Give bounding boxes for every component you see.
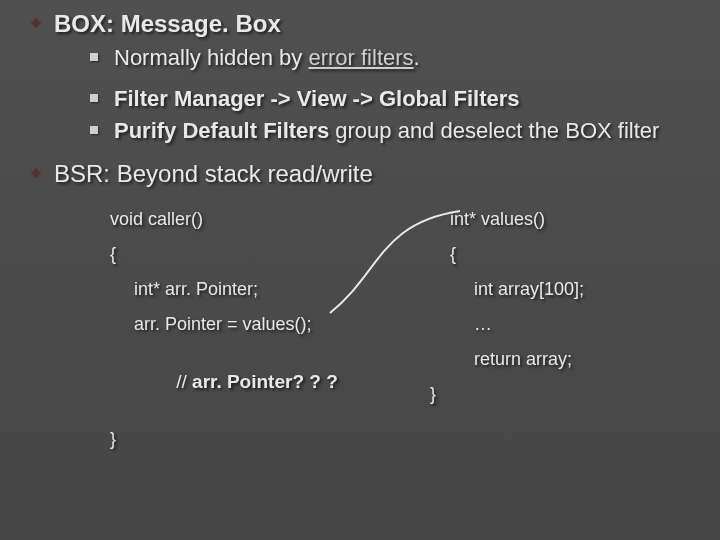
code-right-column: int* values() { int array[100]; … return… [450, 209, 720, 419]
square-bullet-icon [90, 126, 98, 134]
code-left-l5-prefix: // [176, 371, 192, 392]
bsr-heading: BSR: Beyond stack read/write [54, 160, 373, 189]
box-sub1-prefix: Normally hidden by [114, 45, 308, 70]
box-heading: BOX: Message. Box [54, 10, 281, 39]
code-left-column: void caller() { int* arr. Pointer; arr. … [110, 209, 410, 464]
code-right-l5: return array; [450, 349, 720, 370]
box-sub3-bold: Purify Default Filters [114, 118, 329, 143]
box-sub1-text: Normally hidden by error filters. [114, 43, 690, 73]
square-bullet-icon [90, 53, 98, 61]
code-left-l3: int* arr. Pointer; [110, 279, 410, 300]
box-heading-row: BOX: Message. Box [30, 10, 690, 39]
code-right-l4: … [450, 314, 720, 335]
code-left-l5: // arr. Pointer? ? ? [110, 349, 410, 415]
box-sub1-suffix: . [414, 45, 420, 70]
box-sub2: Filter Manager -> View -> Global Filters [90, 84, 690, 114]
box-sub3-rest: group and deselect the BOX filter [329, 118, 659, 143]
code-right-l1: int* values() [450, 209, 720, 230]
code-left-l4: arr. Pointer = values(); [110, 314, 410, 335]
box-sub2-text: Filter Manager -> View -> Global Filters [114, 84, 690, 114]
box-sub1: Normally hidden by error filters. [90, 43, 690, 73]
error-filters-link[interactable]: error filters [308, 45, 413, 70]
slide: BOX: Message. Box Normally hidden by err… [0, 0, 720, 540]
bsr-heading-row: BSR: Beyond stack read/write [30, 160, 690, 189]
square-bullet-icon [90, 94, 98, 102]
code-left-l1: void caller() [110, 209, 410, 230]
code-right-l3: int array[100]; [450, 279, 720, 300]
code-right-l6: } [430, 384, 720, 405]
diamond-bullet-icon [30, 17, 42, 29]
code-left-l6: } [110, 429, 410, 450]
box-sub3-text: Purify Default Filters group and deselec… [114, 116, 690, 146]
code-left-l5-bold: arr. Pointer? ? ? [192, 371, 338, 392]
code-left-l2: { [110, 244, 410, 265]
box-sublist: Normally hidden by error filters. Filter… [90, 43, 690, 146]
diamond-bullet-icon [30, 167, 42, 179]
code-right-l2: { [450, 244, 720, 265]
box-sub3: Purify Default Filters group and deselec… [90, 116, 690, 146]
